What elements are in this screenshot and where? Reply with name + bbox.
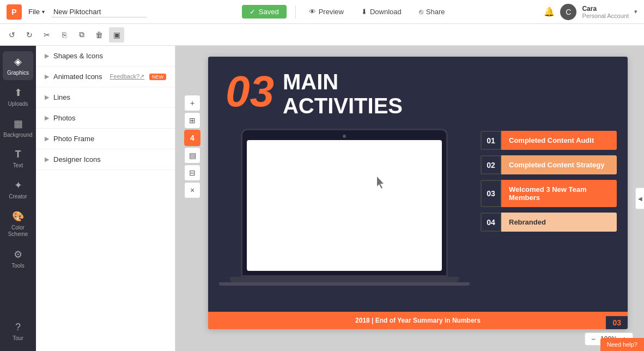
tour-icon: ? — [15, 322, 21, 333]
activity-item-2: 02 Completed Content Strategy — [481, 155, 617, 174]
slide-footer-badge: 03 — [606, 316, 628, 329]
user-menu-chevron[interactable]: ▾ — [634, 8, 637, 15]
uploads-icon: ⬆ — [14, 87, 22, 99]
activity-num-2: 02 — [481, 155, 501, 174]
download-button[interactable]: ⬇ Download — [357, 5, 406, 18]
delete-button[interactable]: 🗑 — [92, 27, 107, 43]
slide-footer: 2018 | End of Year Summary in Numbers 03 — [208, 312, 628, 329]
slide-title-line2: ACTIVITIES — [283, 94, 403, 118]
sidebar-item-graphics[interactable]: ◈ Graphics — [3, 51, 33, 80]
preview-button[interactable]: 👁 Preview — [305, 5, 348, 18]
sidebar-item-text[interactable]: T Text — [3, 144, 33, 173]
activity-item-4: 04 Rebranded — [481, 213, 617, 232]
graphics-icon: ◈ — [14, 56, 22, 68]
panel-item-shapes-icons[interactable]: ▶ Shapes & Icons — [36, 46, 175, 66]
slide-footer-text: 2018 | End of Year Summary in Numbers — [355, 317, 481, 324]
panel-item-photos[interactable]: ▶ Photos — [36, 108, 175, 129]
feedback-link[interactable]: Feedback?↗ — [110, 73, 144, 80]
notifications-icon[interactable]: 🔔 — [544, 7, 555, 17]
sidebar-item-background[interactable]: ▦ Background — [3, 113, 33, 142]
chevron-right-icon: ▶ — [45, 52, 49, 59]
cut-button[interactable]: ✂ — [39, 27, 54, 43]
file-menu[interactable]: File ▾ — [28, 8, 45, 16]
panel-item-animated-icons[interactable]: ▶ Animated Icons Feedback?↗ NEW — [36, 66, 175, 87]
activity-label-2: Completed Content Strategy — [501, 155, 617, 174]
slide-nav-button[interactable]: ▤ — [184, 147, 201, 164]
align-button[interactable]: ⊞ — [184, 112, 201, 129]
chevron-right-icon-animated: ▶ — [45, 73, 49, 80]
zoom-out-button[interactable]: − — [590, 335, 597, 343]
float-toolbar: + ⊞ 4 ▤ ⊟ × — [184, 95, 201, 198]
paste-button[interactable]: ⧉ — [74, 27, 89, 43]
close-panel-button[interactable]: × — [184, 182, 201, 198]
share-button[interactable]: ⎋ Share — [415, 5, 449, 18]
chevron-right-icon-designer: ▶ — [45, 156, 49, 163]
canvas-wrapper: 03 MAIN ACTIVITIES — [208, 57, 628, 329]
laptop-container — [219, 129, 470, 286]
user-info: Cara Personal Account — [582, 5, 629, 19]
frame-button[interactable]: ▣ — [109, 27, 124, 43]
redo-button[interactable]: ↻ — [22, 27, 37, 43]
sidebar-item-uploads[interactable]: ⬆ Uploads — [3, 82, 33, 111]
share-icon: ⎋ — [419, 8, 423, 16]
slide-title-line1: MAIN — [283, 70, 403, 94]
sidebar-item-creator[interactable]: ✦ Creator — [3, 175, 33, 204]
graphics-panel: ▶ Shapes & Icons ▶ Animated Icons Feedba… — [36, 46, 175, 351]
grid-button[interactable]: ⊟ — [184, 165, 201, 181]
activity-num-4: 04 — [481, 213, 501, 232]
topbar: P File ▾ Saved 👁 Preview ⬇ Download ⎋ Sh… — [0, 0, 644, 24]
chevron-right-icon-photos: ▶ — [45, 114, 49, 122]
new-badge: NEW — [149, 74, 166, 80]
chevron-right-icon-lines: ▶ — [45, 94, 49, 101]
sidebar-item-tour[interactable]: ? Tour — [3, 317, 33, 346]
download-icon: ⬇ — [361, 8, 367, 16]
slide-content: 03 MAIN ACTIVITIES — [208, 57, 628, 329]
undo-button[interactable]: ↺ — [4, 27, 20, 43]
activity-num-3: 03 — [481, 180, 501, 207]
activity-label-3: Welcomed 3 New Team Members — [501, 180, 617, 207]
laptop-screen — [247, 140, 442, 271]
tools-icon: ⚙ — [14, 249, 22, 261]
topbar-center: Saved 👁 Preview ⬇ Download ⎋ Share — [154, 5, 537, 19]
canvas-area[interactable]: + ⊞ 4 ▤ ⊟ × ◀ 03 MAIN ACTIVITIES — [175, 46, 644, 351]
color-scheme-icon: 🎨 — [12, 210, 24, 222]
edit-toolbar: ↺ ↻ ✂ ⎘ ⧉ 🗑 ▣ — [0, 24, 644, 46]
slide-big-number: 03 — [226, 70, 274, 113]
activity-item-1: 01 Completed Content Audit — [481, 131, 617, 150]
avatar[interactable]: C — [560, 4, 576, 20]
text-icon: T — [15, 149, 21, 160]
topbar-right: 🔔 C Cara Personal Account ▾ — [544, 4, 637, 20]
panel-item-photo-frame[interactable]: ▶ Photo Frame — [36, 129, 175, 149]
need-help-button[interactable]: Need help? — [600, 338, 644, 351]
creator-icon: ✦ — [14, 179, 22, 191]
activity-label-4: Rebranded — [501, 213, 617, 232]
laptop-base — [230, 277, 459, 282]
add-slide-button[interactable]: + — [184, 95, 201, 111]
sidebar: ◈ Graphics ⬆ Uploads ▦ Background T Text… — [0, 46, 36, 351]
activity-item-3: 03 Welcomed 3 New Team Members — [481, 180, 617, 207]
slide-body: 01 Completed Content Audit 02 Completed … — [208, 129, 628, 291]
laptop-stand — [219, 282, 470, 286]
copy-button[interactable]: ⎘ — [57, 27, 72, 43]
eye-icon: 👁 — [309, 8, 316, 16]
slide-title-block: MAIN ACTIVITIES — [283, 70, 403, 118]
sidebar-item-color-scheme[interactable]: 🎨 Color Scheme — [3, 206, 33, 242]
document-title-input[interactable] — [51, 7, 147, 17]
collapse-panel-button[interactable]: ◀ — [635, 187, 644, 209]
activity-num-1: 01 — [481, 131, 501, 150]
background-icon: ▦ — [14, 118, 23, 130]
panel-item-designer-icons[interactable]: ▶ Designer Icons — [36, 149, 175, 170]
saved-button[interactable]: Saved — [242, 5, 287, 19]
sidebar-item-tools[interactable]: ⚙ Tools — [3, 244, 33, 273]
activity-list: 01 Completed Content Audit 02 Completed … — [481, 129, 617, 286]
slide-header: 03 MAIN ACTIVITIES — [208, 57, 628, 129]
slide-4-button[interactable]: 4 — [184, 130, 201, 146]
activity-label-1: Completed Content Audit — [501, 131, 617, 150]
topbar-divider — [295, 5, 296, 19]
laptop-mockup — [241, 129, 448, 277]
app-logo: P — [7, 4, 22, 20]
main-layout: ◈ Graphics ⬆ Uploads ▦ Background T Text… — [0, 46, 644, 351]
chevron-right-icon-photo-frame: ▶ — [45, 135, 49, 142]
panel-item-lines[interactable]: ▶ Lines — [36, 87, 175, 108]
